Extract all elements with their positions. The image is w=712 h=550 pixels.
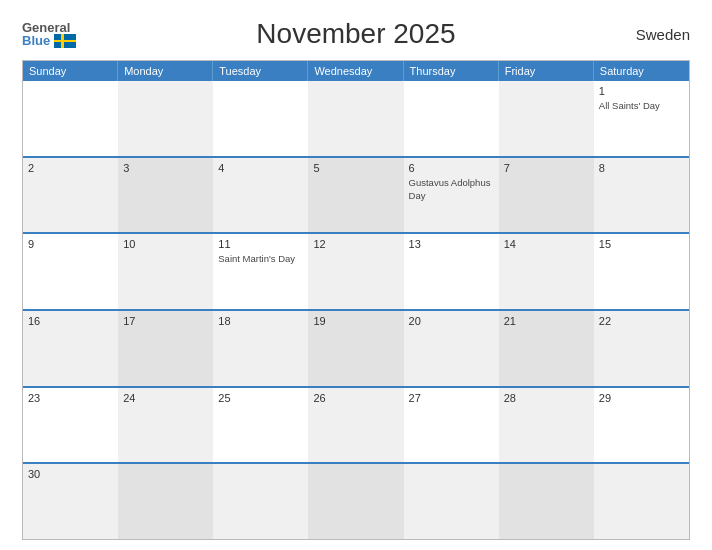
- week-row: 23456Gustavus Adolphus Day78: [23, 156, 689, 233]
- cell-date: 9: [28, 238, 113, 250]
- cell-event: Gustavus Adolphus Day: [409, 177, 491, 201]
- calendar-cell: [23, 81, 118, 156]
- calendar-cell: 26: [308, 388, 403, 463]
- cell-date: 5: [313, 162, 398, 174]
- cell-date: 6: [409, 162, 494, 174]
- cell-date: 2: [28, 162, 113, 174]
- calendar-cell: [404, 81, 499, 156]
- week-row: 1All Saints' Day: [23, 81, 689, 156]
- sweden-flag-icon: [54, 34, 76, 48]
- cell-date: 17: [123, 315, 208, 327]
- cell-date: 7: [504, 162, 589, 174]
- day-thursday: Thursday: [404, 61, 499, 81]
- day-saturday: Saturday: [594, 61, 689, 81]
- cell-date: 11: [218, 238, 303, 250]
- cell-date: 16: [28, 315, 113, 327]
- calendar-cell: [404, 464, 499, 539]
- page: General Blue November 2025 Sweden Sunday…: [0, 0, 712, 550]
- week-row: 16171819202122: [23, 309, 689, 386]
- cell-date: 22: [599, 315, 684, 327]
- country-label: Sweden: [636, 26, 690, 43]
- cell-date: 12: [313, 238, 398, 250]
- week-row: 30: [23, 462, 689, 539]
- cell-date: 3: [123, 162, 208, 174]
- cell-date: 1: [599, 85, 684, 97]
- cell-date: 25: [218, 392, 303, 404]
- cell-date: 23: [28, 392, 113, 404]
- calendar-cell: 5: [308, 158, 403, 233]
- calendar-cell: [594, 464, 689, 539]
- calendar-title: November 2025: [76, 18, 636, 50]
- calendar-cell: [308, 464, 403, 539]
- calendar-cell: [308, 81, 403, 156]
- cell-date: 19: [313, 315, 398, 327]
- day-sunday: Sunday: [23, 61, 118, 81]
- cell-date: 26: [313, 392, 398, 404]
- calendar-cell: 10: [118, 234, 213, 309]
- cell-date: 30: [28, 468, 113, 480]
- calendar-cell: 14: [499, 234, 594, 309]
- calendar-cell: [118, 81, 213, 156]
- day-monday: Monday: [118, 61, 213, 81]
- cell-date: 14: [504, 238, 589, 250]
- calendar-cell: 16: [23, 311, 118, 386]
- calendar-cell: 28: [499, 388, 594, 463]
- weeks: 1All Saints' Day23456Gustavus Adolphus D…: [23, 81, 689, 539]
- calendar-cell: [118, 464, 213, 539]
- calendar-cell: 11Saint Martin's Day: [213, 234, 308, 309]
- calendar-cell: 8: [594, 158, 689, 233]
- calendar-cell: [213, 464, 308, 539]
- calendar-cell: 7: [499, 158, 594, 233]
- calendar-cell: 22: [594, 311, 689, 386]
- calendar-cell: 6Gustavus Adolphus Day: [404, 158, 499, 233]
- calendar-cell: [499, 81, 594, 156]
- logo-blue-text: Blue: [22, 34, 76, 48]
- calendar-cell: 30: [23, 464, 118, 539]
- calendar-cell: 9: [23, 234, 118, 309]
- calendar-cell: 25: [213, 388, 308, 463]
- calendar-cell: 18: [213, 311, 308, 386]
- calendar-cell: 13: [404, 234, 499, 309]
- cell-date: 4: [218, 162, 303, 174]
- calendar-cell: 27: [404, 388, 499, 463]
- title-area: November 2025: [76, 18, 636, 50]
- calendar-cell: [213, 81, 308, 156]
- week-row: 23242526272829: [23, 386, 689, 463]
- calendar-cell: 4: [213, 158, 308, 233]
- cell-date: 21: [504, 315, 589, 327]
- day-headers: Sunday Monday Tuesday Wednesday Thursday…: [23, 61, 689, 81]
- calendar-cell: 12: [308, 234, 403, 309]
- cell-event: Saint Martin's Day: [218, 253, 295, 264]
- calendar-cell: 1All Saints' Day: [594, 81, 689, 156]
- calendar-cell: 15: [594, 234, 689, 309]
- day-friday: Friday: [499, 61, 594, 81]
- cell-date: 8: [599, 162, 684, 174]
- cell-date: 18: [218, 315, 303, 327]
- cell-date: 10: [123, 238, 208, 250]
- cell-date: 15: [599, 238, 684, 250]
- calendar-cell: 21: [499, 311, 594, 386]
- calendar-cell: [499, 464, 594, 539]
- cell-event: All Saints' Day: [599, 100, 660, 111]
- cell-date: 29: [599, 392, 684, 404]
- calendar-cell: 19: [308, 311, 403, 386]
- calendar-cell: 24: [118, 388, 213, 463]
- cell-date: 27: [409, 392, 494, 404]
- calendar-cell: 17: [118, 311, 213, 386]
- calendar-cell: 20: [404, 311, 499, 386]
- cell-date: 24: [123, 392, 208, 404]
- calendar: Sunday Monday Tuesday Wednesday Thursday…: [22, 60, 690, 540]
- calendar-cell: 3: [118, 158, 213, 233]
- calendar-cell: 2: [23, 158, 118, 233]
- calendar-cell: 23: [23, 388, 118, 463]
- logo-general-text: General: [22, 21, 70, 34]
- week-row: 91011Saint Martin's Day12131415: [23, 232, 689, 309]
- day-tuesday: Tuesday: [213, 61, 308, 81]
- calendar-cell: 29: [594, 388, 689, 463]
- cell-date: 20: [409, 315, 494, 327]
- cell-date: 28: [504, 392, 589, 404]
- day-wednesday: Wednesday: [308, 61, 403, 81]
- header: General Blue November 2025 Sweden: [22, 18, 690, 50]
- cell-date: 13: [409, 238, 494, 250]
- logo: General Blue: [22, 21, 76, 48]
